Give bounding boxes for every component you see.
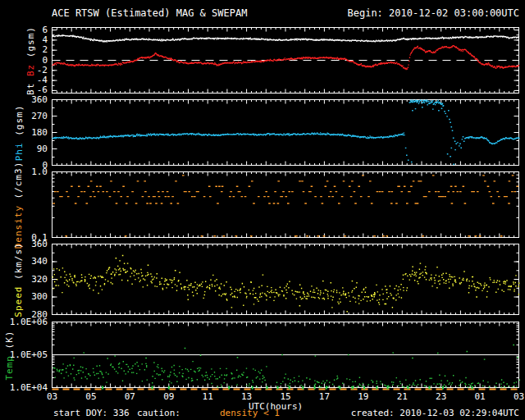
panel-border-phi bbox=[52, 100, 519, 166]
footer-start-doy: start DOY: 336 bbox=[53, 408, 130, 418]
series-temp-scatter-left bbox=[53, 358, 267, 386]
footer-caution-value: density < 1 bbox=[220, 408, 280, 418]
series-temp-outliers bbox=[83, 345, 518, 360]
series-density-quantized bbox=[52, 176, 518, 236]
x-tick-label: 11 bbox=[203, 391, 213, 402]
series-phi-transition-dots bbox=[405, 107, 465, 164]
x-tick-label: 19 bbox=[358, 391, 368, 402]
y-tick-label: 360 bbox=[0, 240, 48, 249]
x-tick-label: 09 bbox=[163, 391, 174, 402]
x-tick-label: 23 bbox=[436, 391, 446, 402]
footer-caution-label: caution: bbox=[137, 408, 180, 418]
x-tick-label: 03 bbox=[47, 391, 57, 402]
y-tick-label: 270 bbox=[0, 112, 48, 121]
ticks-density bbox=[52, 172, 519, 238]
series-phi-high-cluster bbox=[409, 100, 445, 106]
y-tick-label: 90 bbox=[0, 144, 48, 154]
y-tick-label: 320 bbox=[0, 275, 48, 285]
series-phi-after bbox=[464, 137, 520, 144]
x-tick-label: 07 bbox=[125, 391, 135, 402]
series-Bt bbox=[52, 35, 520, 42]
panel-border-density bbox=[52, 172, 519, 238]
y-tick-label: 340 bbox=[0, 257, 48, 267]
ace-rtsw-plot: ACE RTSW (Estimated) MAG & SWEPAM Begin:… bbox=[0, 0, 525, 420]
y-tick-label: 360 bbox=[0, 95, 48, 105]
x-tick-label: 17 bbox=[319, 391, 330, 402]
ticks-phi bbox=[52, 100, 519, 166]
chart-canvas bbox=[0, 0, 525, 420]
series-speed-scatter bbox=[52, 263, 520, 312]
y-tick-label: 1.0E+04 bbox=[0, 383, 48, 393]
series-temp-scatter-right bbox=[276, 374, 520, 387]
y-tick-label: 0 bbox=[0, 56, 48, 66]
y-tick-label: -4 bbox=[0, 75, 48, 85]
y-tick-label: 180 bbox=[0, 128, 48, 138]
x-tick-label: 21 bbox=[397, 391, 408, 402]
x-tick-label: 05 bbox=[85, 391, 96, 402]
x-tick-label: 03 bbox=[514, 391, 524, 402]
series-speed-outliers bbox=[108, 256, 477, 308]
footer-created-timestamp: created: 2010-12-03 02:29:04UTC bbox=[351, 408, 519, 418]
series-phi-main bbox=[52, 133, 405, 139]
y-tick-label: 1.0 bbox=[0, 167, 48, 177]
y-tick-label: 2 bbox=[0, 45, 48, 55]
y-tick-label: 1.0E+06 bbox=[0, 317, 48, 327]
y-tick-label: 6 bbox=[0, 25, 48, 35]
series-Bz bbox=[52, 46, 520, 70]
y-tick-label: 4 bbox=[0, 35, 48, 45]
y-tick-label: 300 bbox=[0, 292, 48, 302]
x-tick-label: 01 bbox=[474, 391, 485, 402]
y-tick-label: 1.0E+05 bbox=[0, 350, 48, 360]
y-tick-label: -2 bbox=[0, 66, 48, 75]
